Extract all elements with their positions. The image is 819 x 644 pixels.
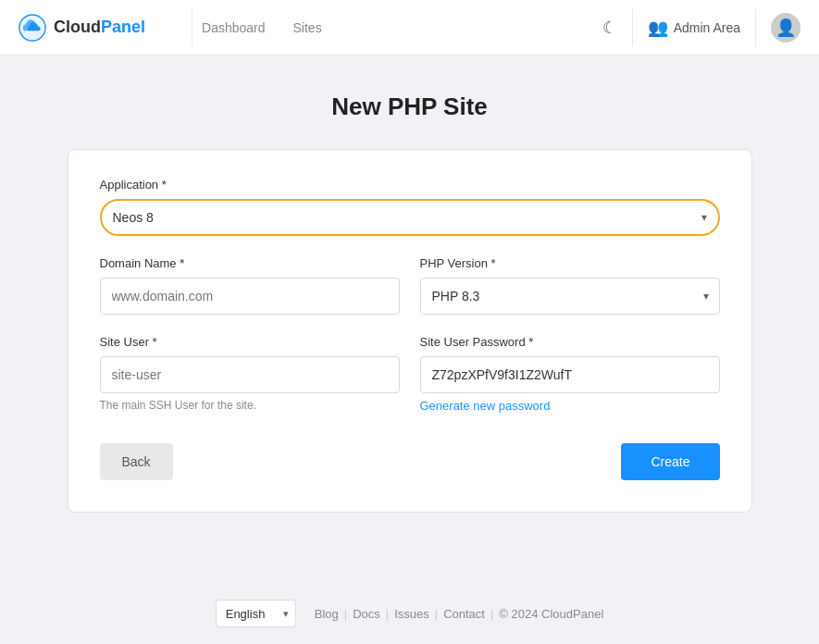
nav-links: Dashboard Sites bbox=[202, 20, 602, 35]
footer-contact-link[interactable]: Contact bbox=[443, 607, 485, 621]
admin-area-button[interactable]: 👥 Admin Area bbox=[648, 18, 740, 38]
generate-password-link[interactable]: Generate new password bbox=[420, 399, 551, 413]
form-actions: Back Create bbox=[100, 443, 720, 480]
nav-divider-user bbox=[755, 9, 756, 46]
site-user-password-group: Site User Password * Generate new passwo… bbox=[420, 335, 720, 414]
domain-php-row: Domain Name * PHP Version * PHP 8.3 PHP … bbox=[100, 256, 720, 335]
cloud-logo-icon bbox=[19, 14, 46, 42]
dark-mode-icon[interactable]: ☾ bbox=[602, 18, 617, 38]
form-card: Application * Neos 8 WordPress Laravel S… bbox=[68, 149, 752, 513]
domain-group: Domain Name * bbox=[100, 256, 400, 315]
footer-blog-link[interactable]: Blog bbox=[315, 607, 339, 621]
navbar: CloudPanel Dashboard Sites ☾ 👥 Admin Are… bbox=[0, 0, 819, 56]
language-select[interactable]: English German French bbox=[217, 600, 295, 627]
brand-text: CloudPanel bbox=[54, 18, 145, 37]
application-select[interactable]: Neos 8 WordPress Laravel Symfony Custom bbox=[100, 199, 720, 236]
application-label: Application * bbox=[100, 178, 720, 192]
user-avatar[interactable]: 👤 bbox=[771, 13, 800, 43]
main-content: New PHP Site Application * Neos 8 WordPr… bbox=[0, 56, 819, 583]
brand-logo[interactable]: CloudPanel bbox=[19, 14, 145, 42]
site-user-password-label: Site User Password * bbox=[420, 335, 720, 349]
back-button[interactable]: Back bbox=[100, 443, 173, 480]
application-select-wrapper: Neos 8 WordPress Laravel Symfony Custom … bbox=[100, 199, 720, 236]
site-user-hint: The main SSH User for the site. bbox=[100, 399, 400, 412]
footer-sep-4: | bbox=[490, 607, 493, 621]
site-user-label: Site User * bbox=[100, 335, 400, 349]
language-selector-wrapper: English German French ▾ bbox=[216, 600, 296, 627]
nav-divider-right bbox=[632, 9, 633, 46]
domain-label: Domain Name * bbox=[100, 256, 400, 270]
site-user-group: Site User * The main SSH User for the si… bbox=[100, 335, 400, 414]
footer-docs-link[interactable]: Docs bbox=[353, 607, 380, 621]
site-user-row: Site User * The main SSH User for the si… bbox=[100, 335, 720, 434]
footer-issues-link[interactable]: Issues bbox=[394, 607, 429, 621]
footer-sep-3: | bbox=[435, 607, 438, 621]
nav-sites[interactable]: Sites bbox=[293, 20, 322, 35]
php-version-select-wrapper: PHP 8.3 PHP 8.2 PHP 8.1 PHP 8.0 PHP 7.4 … bbox=[420, 278, 720, 315]
footer-links: Blog | Docs | Issues | Contact | © 2024 … bbox=[315, 607, 604, 621]
site-user-input[interactable] bbox=[100, 356, 400, 393]
domain-input[interactable] bbox=[100, 278, 400, 315]
php-version-select[interactable]: PHP 8.3 PHP 8.2 PHP 8.1 PHP 8.0 PHP 7.4 bbox=[420, 278, 720, 315]
application-group: Application * Neos 8 WordPress Laravel S… bbox=[100, 178, 720, 236]
create-button[interactable]: Create bbox=[621, 443, 719, 480]
footer-copyright: © 2024 CloudPanel bbox=[499, 607, 603, 621]
nav-right: ☾ 👥 Admin Area 👤 bbox=[602, 9, 800, 46]
footer: English German French ▾ Blog | Docs | Is… bbox=[0, 583, 819, 644]
footer-sep-1: | bbox=[344, 607, 347, 621]
admin-area-icon: 👥 bbox=[648, 18, 668, 38]
php-version-label: PHP Version * bbox=[420, 256, 720, 270]
php-version-group: PHP Version * PHP 8.3 PHP 8.2 PHP 8.1 PH… bbox=[420, 256, 720, 315]
site-user-password-input[interactable] bbox=[420, 356, 720, 393]
language-select-container: English German French bbox=[216, 600, 296, 627]
footer-sep-2: | bbox=[386, 607, 389, 621]
page-title: New PHP Site bbox=[331, 93, 488, 121]
nav-divider-left bbox=[192, 9, 192, 46]
nav-dashboard[interactable]: Dashboard bbox=[202, 20, 266, 35]
admin-area-label: Admin Area bbox=[674, 20, 740, 35]
